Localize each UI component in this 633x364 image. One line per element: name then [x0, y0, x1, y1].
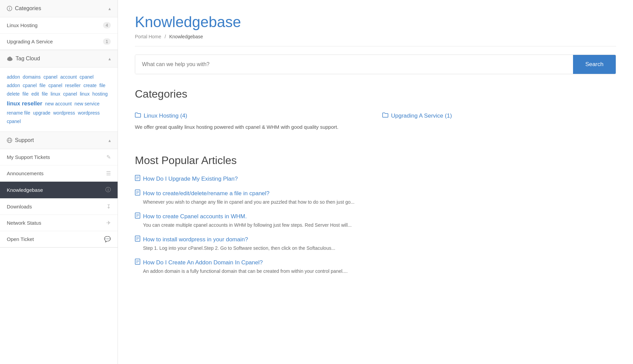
main-content: Knowledgebase Portal Home / Knowledgebas… — [118, 0, 633, 364]
sidebar-support-section: Support ▴ My Support Tickets ✎ Announcem… — [0, 132, 118, 248]
folder-icon-upgrading — [382, 112, 388, 120]
category-card-linux: Linux Hosting (4) We offer great quality… — [135, 108, 369, 138]
tag-cpanel3[interactable]: cpanel — [23, 83, 37, 88]
doc-icon-3 — [135, 236, 140, 243]
folder-icon-linux — [135, 112, 141, 120]
chevron-up-icon-2: ▴ — [108, 56, 111, 61]
article-item-1: How to create/edit/delete/rename a file … — [135, 189, 616, 206]
download-icon: ↧ — [106, 203, 111, 210]
chat-icon: 💬 — [104, 236, 111, 242]
cloud-icon — [7, 56, 13, 61]
sidebar-categories-title: i Categories — [7, 5, 41, 12]
article-item-0: How Do I Upgrade My Existing Plan? — [135, 175, 616, 183]
category-card-upgrading: Upgrading A Service (1) — [382, 108, 616, 138]
sidebar-item-support-tickets[interactable]: My Support Tickets ✎ — [0, 149, 118, 165]
sidebar-categories-header[interactable]: i Categories ▴ — [0, 0, 118, 17]
list-icon: ☰ — [106, 170, 111, 177]
search-input[interactable] — [135, 55, 573, 74]
chevron-up-icon-3: ▴ — [108, 138, 111, 143]
categories-heading: Categories — [135, 88, 616, 100]
sidebar-item-upgrading-service[interactable]: Upgrading A Service 1 — [0, 34, 118, 50]
tag-new-service[interactable]: new service — [75, 101, 100, 106]
tag-wordpress[interactable]: wordpress — [53, 110, 75, 116]
tag-new-account[interactable]: new account — [45, 101, 72, 106]
article-link-1[interactable]: How to create/edit/delete/rename a file … — [135, 189, 616, 197]
tag-linux[interactable]: linux — [50, 91, 60, 97]
breadcrumb-home[interactable]: Portal Home — [135, 34, 161, 39]
articles-list: How Do I Upgrade My Existing Plan? How t… — [135, 175, 616, 275]
breadcrumb-separator: / — [165, 34, 166, 39]
sidebar-item-announcements[interactable]: Announcements ☰ — [0, 165, 118, 182]
doc-icon-0 — [135, 175, 140, 183]
tag-addon2[interactable]: addon — [7, 83, 20, 88]
chevron-up-icon: ▴ — [108, 6, 111, 11]
category-link-linux[interactable]: Linux Hosting (4) — [135, 112, 369, 120]
sidebar-support-header[interactable]: Support ▴ — [0, 132, 118, 149]
sidebar-item-knowledgebase[interactable]: Knowledgebase ⓘ — [0, 182, 118, 199]
tag-file2[interactable]: file — [99, 83, 105, 88]
breadcrumb: Portal Home / Knowledgebase — [135, 34, 616, 46]
tag-addon[interactable]: addon — [7, 74, 20, 80]
search-bar: Search — [135, 55, 616, 74]
tag-file[interactable]: file — [40, 83, 46, 88]
info-circle-icon: i — [7, 6, 12, 11]
ticket-icon: ✎ — [106, 154, 111, 160]
article-item-2: How to create Cpanel accounts in WHM. Yo… — [135, 213, 616, 229]
tag-create[interactable]: create — [83, 83, 97, 88]
sidebar-categories-section: i Categories ▴ Linux Hosting 4 Upgrading… — [0, 0, 118, 50]
tag-cpanel4[interactable]: cpanel — [48, 83, 62, 88]
breadcrumb-current: Knowledgebase — [169, 34, 203, 39]
popular-heading: Most Popular Articles — [135, 154, 616, 167]
doc-icon-4 — [135, 259, 140, 266]
tag-cpanel2[interactable]: cpanel — [80, 74, 94, 80]
tag-upgrade[interactable]: upgrade — [33, 110, 50, 116]
tag-linux2[interactable]: linux — [80, 91, 90, 97]
sidebar-categories-list: Linux Hosting 4 Upgrading A Service 1 — [0, 17, 118, 50]
globe-icon — [7, 138, 12, 143]
doc-icon-2 — [135, 213, 140, 220]
category-link-upgrading[interactable]: Upgrading A Service (1) — [382, 112, 616, 120]
tag-linux-reseller[interactable]: linux reseller — [7, 100, 42, 107]
article-item-4: How Do I Create An Addon Domain In Cpane… — [135, 259, 616, 275]
svg-point-5 — [8, 57, 11, 59]
signal-icon: ✈ — [106, 220, 111, 226]
sidebar-item-open-ticket[interactable]: Open Ticket 💬 — [0, 231, 118, 247]
page-title: Knowledgebase — [135, 14, 616, 31]
tag-account[interactable]: account — [60, 74, 77, 80]
article-link-2[interactable]: How to create Cpanel accounts in WHM. — [135, 213, 616, 220]
tag-rename-file[interactable]: rename file — [7, 110, 30, 116]
article-link-0[interactable]: How Do I Upgrade My Existing Plan? — [135, 175, 616, 183]
tag-cpanel[interactable]: cpanel — [43, 74, 57, 80]
tag-cloud-content: addon domains cpanel account cpanel addo… — [0, 67, 118, 132]
tag-file4[interactable]: file — [42, 91, 48, 97]
tag-file3[interactable]: file — [22, 91, 28, 97]
sidebar-tagcloud-header[interactable]: Tag Cloud ▴ — [0, 50, 118, 67]
sidebar-item-network-status[interactable]: Network Status ✈ — [0, 215, 118, 231]
article-link-3[interactable]: How to install wordpress in your domain? — [135, 236, 616, 243]
tag-domains[interactable]: domains — [23, 74, 41, 80]
search-button[interactable]: Search — [573, 55, 616, 74]
sidebar-support-title: Support — [7, 137, 34, 143]
sidebar: i Categories ▴ Linux Hosting 4 Upgrading… — [0, 0, 118, 364]
tag-delete[interactable]: delete — [7, 91, 20, 97]
svg-text:i: i — [9, 7, 10, 11]
info-icon: ⓘ — [105, 186, 111, 194]
tag-hosting[interactable]: hosting — [93, 91, 108, 97]
article-link-4[interactable]: How Do I Create An Addon Domain In Cpane… — [135, 259, 616, 266]
doc-icon-1 — [135, 189, 140, 197]
sidebar-item-linux-hosting[interactable]: Linux Hosting 4 — [0, 17, 118, 34]
sidebar-item-downloads[interactable]: Downloads ↧ — [0, 199, 118, 215]
sidebar-tagcloud-title: Tag Cloud — [7, 56, 40, 62]
categories-grid: Linux Hosting (4) We offer great quality… — [135, 108, 616, 138]
tag-cpanel5[interactable]: cpanel — [63, 91, 77, 97]
sidebar-tagcloud-section: Tag Cloud ▴ addon domains cpanel account… — [0, 50, 118, 132]
article-item-3: How to install wordpress in your domain?… — [135, 236, 616, 252]
tag-reseller[interactable]: reseller — [65, 83, 81, 88]
tag-edit[interactable]: edit — [31, 91, 39, 97]
